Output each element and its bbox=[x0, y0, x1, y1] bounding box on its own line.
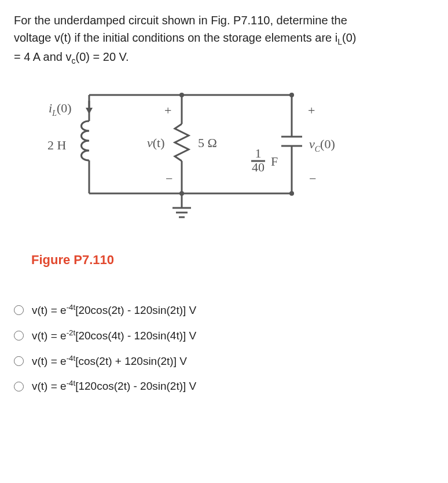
vc-arg: (0) bbox=[320, 137, 335, 151]
radio-icon[interactable] bbox=[14, 331, 24, 341]
vc-plus: + bbox=[308, 103, 315, 118]
problem-line3b: (0) = 20 V. bbox=[76, 50, 129, 63]
svg-text:iL(0): iL(0) bbox=[49, 101, 72, 118]
cap-num: 1 bbox=[255, 146, 262, 160]
circuit-diagram: iL(0) 2 H + − v(t) 5 Ω 1 40 F + − vC(0) bbox=[31, 83, 434, 233]
option-1[interactable]: v(t) = e-4t[20cos(2t) - 120sin(2t)] V bbox=[14, 302, 434, 319]
problem-line2b: (0) bbox=[342, 31, 356, 44]
vc-minus: − bbox=[309, 171, 316, 186]
problem-line3a: = 4 A and v bbox=[14, 50, 72, 63]
radio-icon[interactable] bbox=[14, 305, 24, 315]
svg-point-17 bbox=[289, 93, 294, 97]
figure-caption: Figure P7.110 bbox=[31, 250, 434, 269]
option-3[interactable]: v(t) = e-4t[cos(2t) + 120sin(2t)] V bbox=[14, 353, 434, 370]
svg-text:v(t): v(t) bbox=[147, 136, 165, 150]
il-arg: (0) bbox=[57, 101, 72, 115]
option-2[interactable]: v(t) = e-2t[20cos(4t) - 120sin(4t)] V bbox=[14, 327, 434, 345]
vc-label: v bbox=[309, 137, 315, 151]
problem-statement: For the underdamped circuit shown in Fig… bbox=[14, 12, 434, 67]
option-label: v(t) = e-2t[20cos(4t) - 120sin(4t)] V bbox=[32, 327, 196, 345]
answer-options: v(t) = e-4t[20cos(2t) - 120sin(2t)] V v(… bbox=[14, 302, 434, 395]
svg-point-15 bbox=[179, 93, 184, 97]
option-label: v(t) = e-4t[20cos(2t) - 120sin(2t)] V bbox=[32, 302, 196, 319]
problem-line1: For the underdamped circuit shown in Fig… bbox=[14, 14, 347, 27]
vt-label: v bbox=[147, 136, 153, 150]
il-sub: L bbox=[52, 109, 57, 118]
option-4[interactable]: v(t) = e-4t[120cos(2t) - 20sin(2t)] V bbox=[14, 378, 434, 395]
problem-sub-vc: c bbox=[72, 56, 76, 65]
svg-point-18 bbox=[289, 191, 294, 196]
problem-sub-iL: L bbox=[337, 37, 342, 46]
svg-text:vC(0): vC(0) bbox=[309, 137, 335, 153]
svg-point-16 bbox=[179, 191, 184, 196]
vt-plus: + bbox=[164, 103, 171, 118]
vt-minus: − bbox=[166, 171, 172, 186]
cap-den: 40 bbox=[252, 160, 265, 174]
radio-icon[interactable] bbox=[14, 356, 24, 366]
inductor-value: 2 H bbox=[47, 138, 67, 152]
resistor-value: 5 Ω bbox=[198, 136, 217, 150]
cap-unit: F bbox=[271, 154, 278, 169]
problem-line2a: voltage v(t) if the initial conditions o… bbox=[14, 31, 337, 44]
vt-arg: (t) bbox=[153, 136, 165, 150]
radio-icon[interactable] bbox=[14, 382, 24, 391]
option-label: v(t) = e-4t[120cos(2t) - 20sin(2t)] V bbox=[32, 378, 196, 395]
option-label: v(t) = e-4t[cos(2t) + 120sin(2t)] V bbox=[32, 353, 187, 370]
